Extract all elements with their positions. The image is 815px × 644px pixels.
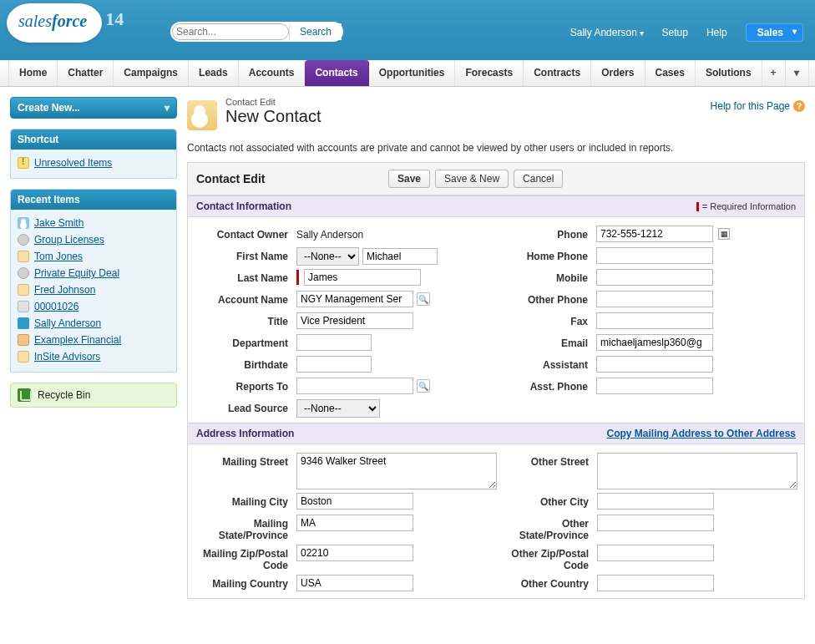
numb-icon: [18, 301, 29, 312]
cancel-button[interactable]: Cancel: [514, 170, 563, 188]
email-field[interactable]: [596, 334, 713, 351]
label-asst-phone: Asst. Phone: [496, 378, 596, 393]
birthdate-field[interactable]: [296, 356, 372, 373]
sidebar-item-unresolved[interactable]: Unresolved Items: [18, 155, 170, 171]
sidebar-item[interactable]: Jake Smith: [18, 215, 170, 231]
assistant-field[interactable]: [596, 356, 713, 373]
sidebar-item[interactable]: Tom Jones: [18, 248, 170, 265]
tab-chatter[interactable]: Chatter: [58, 60, 114, 86]
label-account: Account Name: [196, 291, 296, 306]
mailing-zip-field[interactable]: [296, 545, 413, 561]
other-state-field[interactable]: [597, 515, 714, 531]
value-owner: Sally Anderson: [296, 226, 496, 241]
label-assistant: Assistant: [496, 356, 596, 371]
person-icon: [18, 217, 29, 229]
last-name-field[interactable]: [304, 269, 421, 286]
save-new-button[interactable]: Save & New: [435, 170, 509, 188]
app-switcher[interactable]: Sales: [746, 23, 803, 42]
create-new-menu[interactable]: Create New...: [10, 97, 177, 119]
copy-address-link[interactable]: Copy Mailing Address to Other Address: [607, 428, 796, 439]
page-help-label: Help for this Page: [711, 100, 790, 112]
tab-leads[interactable]: Leads: [189, 60, 239, 86]
search-input[interactable]: [172, 23, 289, 40]
section-address-info: Address Information Copy Mailing Address…: [188, 423, 804, 444]
help-icon: ?: [793, 100, 805, 112]
page-eyebrow: Contact Edit: [225, 97, 321, 107]
other-zip-field[interactable]: [597, 545, 714, 561]
tab-contracts[interactable]: Contracts: [524, 60, 591, 86]
page-help-link[interactable]: Help for this Page ?: [711, 100, 805, 112]
tab-accounts[interactable]: Accounts: [239, 60, 306, 86]
other-street-field[interactable]: [597, 453, 797, 489]
salutation-select[interactable]: --None--: [296, 247, 359, 266]
save-button[interactable]: Save: [388, 170, 430, 188]
recycle-icon: [18, 388, 31, 402]
account-name-field[interactable]: [296, 291, 413, 307]
first-name-field[interactable]: [362, 248, 438, 265]
label-other-state: Other State/Province: [497, 515, 597, 541]
required-note: = Required Information: [696, 201, 796, 212]
other-country-field[interactable]: [597, 575, 714, 591]
dvd-icon: [18, 234, 29, 246]
lead-source-select[interactable]: --None--: [296, 399, 380, 418]
department-field[interactable]: [296, 334, 372, 351]
search-button[interactable]: Search: [289, 23, 342, 40]
title-field[interactable]: [296, 312, 413, 329]
label-mobile: Mobile: [496, 269, 596, 284]
tab-cases[interactable]: Cases: [645, 60, 696, 86]
sidebar-item-label: Group Licenses: [34, 234, 104, 246]
sidebar-item[interactable]: Sally Anderson: [18, 315, 170, 332]
label-email: Email: [496, 334, 596, 349]
tab-orders[interactable]: Orders: [591, 60, 645, 86]
tab-forecasts[interactable]: Forecasts: [455, 60, 524, 86]
tab-contacts[interactable]: Contacts: [305, 60, 368, 86]
tab-solutions[interactable]: Solutions: [696, 60, 762, 86]
tab-overflow[interactable]: ▾: [786, 60, 809, 86]
tab-add[interactable]: +: [762, 60, 786, 86]
sidebar-item[interactable]: Group Licenses: [18, 231, 170, 248]
label-first-name: First Name: [196, 247, 296, 262]
phone-field[interactable]: [596, 226, 713, 242]
sidebar-item[interactable]: Examplex Financial: [18, 332, 170, 348]
tab-campaigns[interactable]: Campaigns: [114, 60, 189, 86]
logo-text-suffix: force: [52, 12, 87, 30]
tab-opportunities[interactable]: Opportunities: [369, 60, 456, 86]
sidebar-item[interactable]: InSite Advisors: [18, 348, 170, 365]
home-phone-field[interactable]: [596, 247, 713, 264]
mailing-street-field[interactable]: 9346 Walker Street: [296, 453, 497, 489]
recent-items-block: Recent Items Jake SmithGroup LicensesTom…: [10, 189, 177, 373]
sidebar-item-label: InSite Advisors: [34, 351, 100, 363]
label-other-zip: Other Zip/Postal Code: [497, 545, 597, 571]
sidebar-item[interactable]: Private Equity Deal: [18, 265, 170, 281]
sidebar-item-label: Jake Smith: [34, 217, 84, 229]
mailing-country-field[interactable]: [296, 575, 413, 591]
logo-text-prefix: sales: [18, 12, 52, 30]
dvd-icon: [18, 267, 29, 279]
file-icon: [18, 251, 29, 262]
sidebar-item[interactable]: 00001026: [18, 298, 170, 315]
setup-link[interactable]: Setup: [662, 27, 688, 38]
page-title: New Contact: [225, 107, 321, 126]
mailing-city-field[interactable]: [296, 493, 413, 510]
mailing-state-field[interactable]: [296, 515, 413, 531]
asst-phone-field[interactable]: [596, 378, 713, 394]
label-home-phone: Home Phone: [496, 247, 596, 262]
other-city-field[interactable]: [597, 493, 714, 510]
label-reports-to: Reports To: [196, 378, 296, 393]
logo[interactable]: salesforce 14: [7, 3, 102, 43]
fax-field[interactable]: [596, 312, 713, 329]
label-mailing-country: Mailing Country: [196, 575, 296, 590]
sidebar-item[interactable]: Fred Johnson: [18, 281, 170, 298]
account-lookup-icon[interactable]: 🔍: [417, 292, 430, 306]
user-menu[interactable]: Sally Anderson: [570, 27, 644, 38]
recycle-bin[interactable]: Recycle Bin: [10, 383, 177, 408]
label-other-country: Other Country: [497, 575, 597, 590]
reports-to-field[interactable]: [296, 378, 413, 394]
label-last-name: Last Name: [196, 269, 296, 284]
sidebar-item-label: Private Equity Deal: [34, 267, 119, 279]
tab-home[interactable]: Home: [8, 60, 58, 86]
mobile-field[interactable]: [596, 269, 713, 286]
other-phone-field[interactable]: [596, 291, 713, 307]
help-link[interactable]: Help: [706, 27, 727, 38]
reports-to-lookup-icon[interactable]: 🔍: [417, 379, 430, 393]
